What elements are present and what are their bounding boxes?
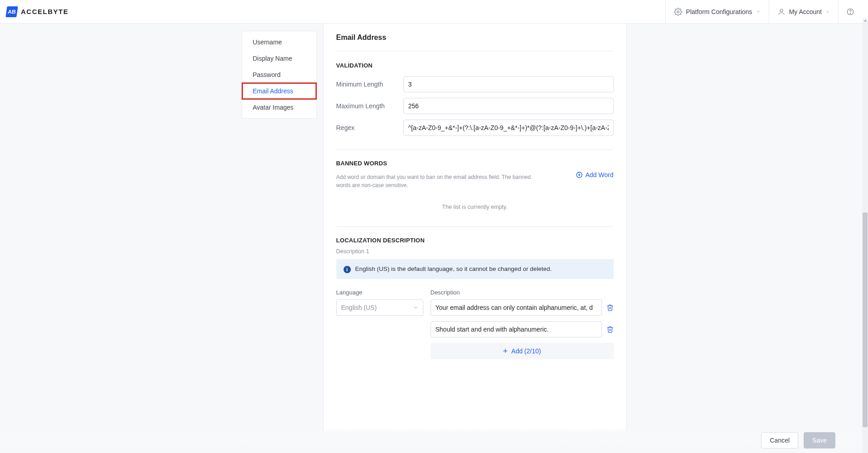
label-description: Description [431,289,614,299]
section-banned: BANNED WORDS Add word or domain that you… [336,149,614,189]
input-description-2[interactable] [431,321,602,337]
plus-icon: + [503,347,508,355]
scroll-up-button[interactable] [863,18,868,24]
page-title: Email Address [336,24,614,51]
sidebar-item-display-name[interactable]: Display Name [242,50,316,67]
section-banned-heading: BANNED WORDS [336,160,536,171]
input-min-length[interactable] [403,76,614,92]
select-language-value: English (US) [341,304,377,311]
banned-empty-text: The list is currently empty. [336,189,614,223]
section-localization-heading: LOCALIZATION DESCRIPTION [336,237,614,248]
main-card: Email Address VALIDATION Minimum Length … [323,24,627,453]
brand: AB ACCELBYTE [6,6,68,17]
scrollbar-thumb[interactable] [863,212,868,427]
row-min-length: Minimum Length [336,73,614,95]
brand-logo: AB [5,6,18,17]
label-language: Language [336,289,423,299]
delete-description-button[interactable] [606,304,614,311]
info-banner: i English (US) is the default language, … [336,259,614,279]
banned-help-text: Add word or domain that you want to ban … [336,171,536,189]
svg-point-3 [850,13,850,14]
plus-circle-icon [576,171,583,178]
input-description-1[interactable] [431,299,602,316]
platform-configurations-menu[interactable]: Platform Configurations [665,0,768,23]
top-bar: AB ACCELBYTE Platform Configurations My … [0,0,868,24]
chevron-down-icon [825,10,830,14]
user-icon [777,8,786,16]
brand-name: ACCELBYTE [21,8,68,15]
info-icon: i [344,266,351,273]
label-max-length: Maximum Length [336,102,402,110]
add-word-label: Add Word [586,171,614,178]
input-regex[interactable] [403,120,614,136]
save-button[interactable]: Save [804,432,835,448]
info-banner-text: English (US) is the default language, so… [355,265,552,273]
sidebar-item-password[interactable]: Password [242,67,316,83]
section-validation-heading: VALIDATION [336,51,614,73]
svg-point-0 [677,10,679,13]
select-language[interactable]: English (US) [336,299,423,316]
gear-icon [674,8,682,16]
row-regex: Regex [336,117,614,139]
brand-logo-text: AB [7,9,16,15]
description-counter: Description 1 [336,248,614,259]
section-localization: LOCALIZATION DESCRIPTION Description 1 i… [336,226,614,359]
footer-actions: Cancel Save [0,428,863,453]
chevron-down-icon [756,10,761,14]
main-scroll-area[interactable]: Username Display Name Password Email Add… [0,24,868,453]
description-row [431,321,614,337]
sidebar-item-username[interactable]: Username [242,34,316,50]
sidebar-item-avatar-images[interactable]: Avatar Images [242,99,316,116]
sidebar-card: Username Display Name Password Email Add… [242,31,317,119]
row-max-length: Maximum Length [336,95,614,117]
chevron-down-icon [413,305,418,310]
add-description-label: Add (2/10) [511,347,541,355]
my-account-label: My Account [789,8,822,15]
svg-point-1 [780,9,783,12]
sidebar-item-email-address[interactable]: Email Address [242,83,316,99]
label-min-length: Minimum Length [336,81,402,88]
top-right: Platform Configurations My Account [665,0,862,23]
delete-description-button[interactable] [606,326,614,333]
description-row [431,299,614,316]
scrollbar-track[interactable] [862,24,868,453]
help-button[interactable] [838,0,862,23]
add-description-button[interactable]: + Add (2/10) [431,343,614,359]
input-max-length[interactable] [403,98,614,114]
my-account-menu[interactable]: My Account [769,0,838,23]
cancel-button[interactable]: Cancel [761,432,798,448]
label-regex: Regex [336,124,402,131]
platform-configurations-label: Platform Configurations [686,8,752,15]
add-word-button[interactable]: Add Word [576,160,614,189]
svg-marker-7 [864,20,866,21]
help-icon [846,8,854,16]
